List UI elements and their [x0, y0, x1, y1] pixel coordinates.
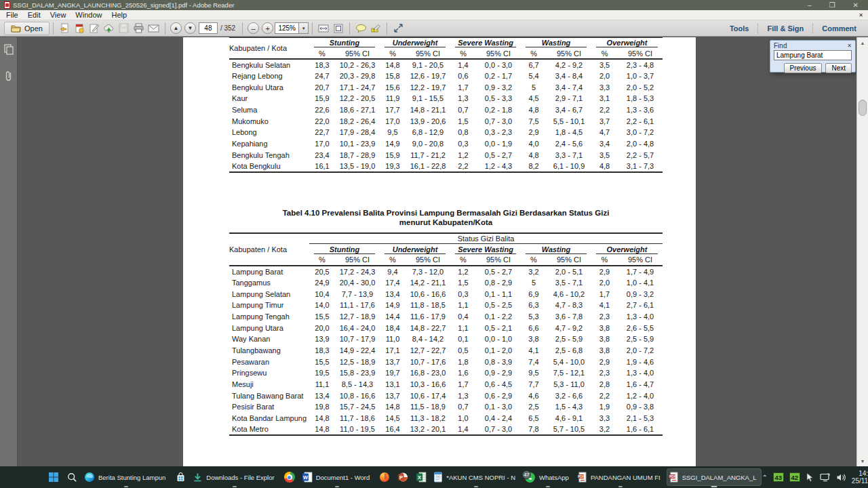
table-cell: 0,3 - 2,3 [476, 127, 521, 138]
table-cell: 0,5 - 2,1 [476, 322, 521, 333]
taskbar-excel-button[interactable]: X [412, 468, 430, 486]
taskbar-chrome-button[interactable] [281, 468, 298, 486]
tray-speaker-icon[interactable] [836, 473, 846, 482]
table-row: Seluma22,618,6 - 27,117,714,8 - 21,10,70… [229, 104, 663, 116]
table-cell: 1,2 [450, 150, 476, 161]
tray-date: 25/11/2025 [852, 477, 868, 485]
table-row: Kota Bengkulu16,113,5 - 19,019,316,1 - 2… [229, 161, 663, 172]
taskbar-powerpoint-button[interactable]: P [394, 468, 412, 486]
pct-subheader: % [380, 48, 406, 59]
table-row: Lampung Selatan10,47,7 - 13,913,410,6 - … [229, 288, 663, 300]
find-search-input[interactable] [774, 52, 868, 59]
menu-view[interactable]: View [45, 11, 71, 19]
taskbar-store-button[interactable] [172, 468, 189, 486]
taskbar-notepad-tab[interactable]: *AKUN CMS NOPRI - N [431, 468, 521, 486]
menu-edit[interactable]: Edit [23, 11, 45, 19]
table-cell: 20,3 - 29,8 [335, 70, 380, 82]
comment-bubble-button[interactable] [353, 22, 368, 35]
table-cell: 22,6 [309, 104, 335, 116]
table-cell: 10,3 - 16,6 [406, 379, 450, 390]
table-cell: 11,5 - 18,9 [406, 401, 450, 413]
scrollbar-thumb[interactable] [859, 100, 867, 116]
taskbar-firefox-button[interactable] [376, 468, 393, 486]
taskbar-whatsapp-tab[interactable]: 47 WhatsApp [521, 468, 574, 486]
table-cell: 10,7 - 17,6 [406, 356, 450, 367]
taskbar-word-tab[interactable]: W Document1 - Word [299, 468, 376, 486]
table-cell: 3,3 - 7,1 [547, 150, 591, 161]
tray-cursor-icon[interactable] [806, 472, 814, 482]
table-cell: 2,0 - 7,2 [618, 345, 663, 357]
highlight-text-button[interactable]: T [368, 22, 383, 35]
close-button[interactable]: ✕ [853, 1, 859, 9]
zoom-level-input[interactable] [275, 22, 299, 34]
title-bar: SSGI_DALAM_ANGKA_LAUNCHING_250526_signed… [0, 0, 868, 10]
next-page-button[interactable]: ▼ [184, 22, 196, 34]
zoom-in-button[interactable]: + [262, 22, 273, 34]
table-cell: 1,7 [450, 81, 476, 93]
find-previous-button[interactable]: Previous [784, 63, 823, 73]
sign-document-button[interactable] [87, 22, 102, 35]
comment-panel-button[interactable]: Comment [813, 24, 865, 33]
zoom-dropdown-button[interactable]: ▼ [299, 22, 309, 34]
minimize-button[interactable]: – [808, 1, 812, 9]
upload-cloud-button[interactable] [102, 22, 117, 35]
menu-help[interactable]: Help [106, 11, 132, 19]
pct-subheader: % [450, 255, 476, 266]
fullscreen-button[interactable] [391, 22, 406, 35]
restore-button[interactable]: ❐ [829, 1, 835, 9]
table-cell: 0,9 - 2,9 [476, 367, 521, 379]
tray-expand-chevron[interactable]: ⌃ [762, 474, 767, 481]
tray-badge-42[interactable]: 42 [789, 472, 800, 482]
tray-clock[interactable]: 14:48:56 25/11/2025 [852, 470, 868, 485]
table-cell: 18,2 - 26,4 [335, 115, 380, 127]
open-button[interactable]: Open [4, 22, 50, 35]
taskbar-pdf2-tab-active[interactable]: PDF SSGI_DALAM_ANGKA_L [667, 468, 762, 486]
start-button[interactable] [45, 468, 62, 486]
table-cell: 2,2 [591, 390, 618, 401]
taskbar-search-button[interactable] [63, 468, 81, 486]
taskbar-downloads-tab[interactable]: Downloads - File Explor [190, 468, 279, 486]
taskbar-pdf1-tab[interactable]: PDF PANDANGAN UMUM FI [575, 468, 666, 486]
tray-badge-43[interactable]: 43 [773, 472, 784, 482]
taskbar-edge-tab[interactable]: Berita Stunting Lampun [81, 468, 171, 486]
table-cell: 2,2 - 6,1 [618, 115, 663, 127]
table-cell: 1,3 [450, 390, 476, 401]
pct-subheader: % [309, 48, 335, 59]
page-number-input[interactable] [199, 22, 218, 34]
print-button[interactable] [132, 22, 146, 35]
scroll-down-icon[interactable]: ▼ [857, 455, 868, 466]
fit-page-button[interactable] [331, 22, 346, 35]
fill-sign-button[interactable]: Fill & Sign [758, 24, 812, 33]
navigation-pane [0, 37, 18, 466]
share-file-button[interactable] [57, 22, 72, 35]
page-thumbnails-icon[interactable] [3, 43, 14, 55]
menu-file[interactable]: File [1, 11, 23, 19]
table-cell: 11,7 - 18,6 [335, 413, 380, 424]
tools-button[interactable]: Tools [721, 24, 758, 33]
create-pdf-button[interactable] [72, 22, 87, 35]
table-cell: 1,3 - 4,0 [618, 367, 663, 379]
table-cell: 6,6 [521, 322, 547, 333]
menubar-close-icon[interactable]: ✕ [859, 12, 863, 18]
table-lampung: Kabupaten / KotaStatus Gizi BalitaStunti… [229, 232, 663, 436]
scroll-up-icon[interactable]: ▲ [857, 37, 868, 48]
table-cell: 15,5 [309, 311, 335, 323]
tray-display-icon[interactable] [820, 473, 831, 482]
table-cell: 13,2 - 20,1 [406, 424, 450, 436]
find-close-icon[interactable]: ✕ [847, 43, 852, 49]
table-cell: 1,7 [591, 288, 618, 300]
zoom-out-button[interactable]: – [248, 22, 259, 34]
save-button[interactable] [117, 22, 132, 35]
previous-page-button[interactable]: ▲ [170, 22, 182, 34]
table-cell: 16,1 - 22,8 [406, 161, 450, 172]
fit-width-button[interactable] [316, 22, 331, 35]
find-next-button[interactable]: Next [825, 63, 852, 73]
table-cell: 0,8 - 3,9 [476, 356, 521, 367]
vertical-scrollbar[interactable]: ▲ ▼ [856, 37, 868, 466]
email-button[interactable] [146, 22, 161, 35]
ci-subheader: 95% CI [618, 48, 663, 59]
table-cell: 17,4 [380, 277, 406, 289]
pct-subheader: % [450, 48, 476, 59]
menu-window[interactable]: Window [71, 11, 106, 19]
attachments-paperclip-icon[interactable] [3, 70, 14, 82]
